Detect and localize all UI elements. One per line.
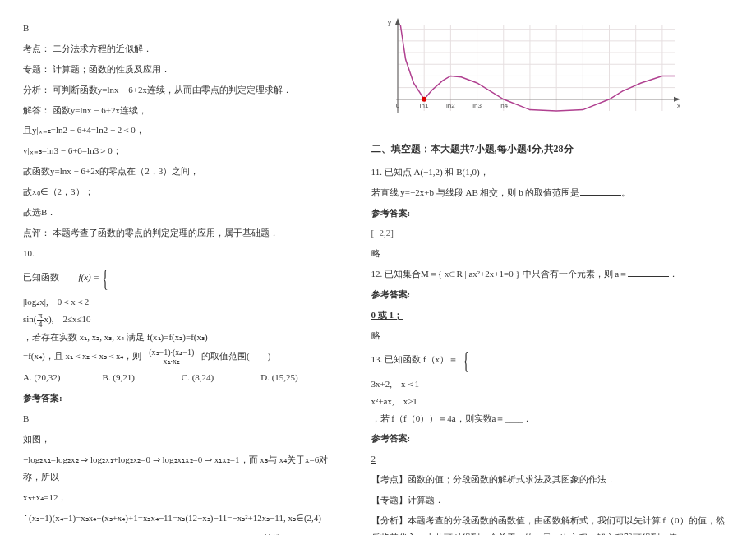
q13: 13. 已知函数 f（x）＝ { [371,348,733,372]
svg-text:ln1: ln1 [419,102,428,109]
kaodian: 考点： 二分法求方程的近似解． [23,40,340,58]
blank-12 [628,267,669,277]
kaodian-text: 二分法求方程的近似解． [53,44,152,53]
fenxi: 分析： 可判断函数y=lnx − 6+2x连续，从而由零点的判定定理求解． [23,81,340,99]
zhuanti-text: 计算题；函数的性质及应用． [53,64,170,74]
svg-text:0: 0 [395,102,399,109]
ans-13: 2 [371,450,733,468]
ans-12: 0 或 1； [371,307,733,324]
ref-answer-label: 参考答案: [23,390,340,407]
proof-3: ∴(x₃−1)(x₄−1)=x₃x₄−(x₃+x₄)+1=x₃x₄−11=x₃(… [23,510,340,527]
fx-head: f(x) = [79,270,99,284]
ans-11: [−2,2] [371,224,733,242]
after-cases: ，若存在实数 x₁, x₂, x₃, x₄ 满足 f(x₁)=f(x₂)=f(x… [23,332,208,342]
zt-13: 【专题】计算题． [371,491,733,509]
eq-2: y|ₓ₌₃=ln3 − 6+6=ln3＞0； [23,142,340,159]
q10-line2: =f(x₄)，且 x₁＜x₂＜x₃＜x₄，则 (x₃−1)·(x₄−1) x₁·… [23,348,340,366]
svg-text:ln2: ln2 [446,102,455,109]
opt-a: A. (20,32) [23,369,102,386]
opt-d: D. (15,25) [260,369,339,386]
q10-options: A. (20,32) B. (9,21) C. (8,24) D. (15,25… [23,369,340,386]
jieda-text: 函数y=lnx − 6+2x连续， [53,105,147,115]
q11b: 若直线 y=−2x+b 与线段 AB 相交，则 b 的取值范围是。 [371,184,733,201]
jieda: 解答： 函数y=lnx − 6+2x连续， [23,102,340,119]
case-2: sin(π4x), 2≤x≤10 [23,311,340,329]
zhuanti: 专题： 计算题；函数的性质及应用． [23,61,340,78]
svg-text:y: y [388,19,391,26]
proof-1: −log₂x₁=log₂x₂ ⇒ log₂x₁+log₂x₂=0 ⇒ log₂x… [23,451,340,486]
chart-plot: 0ln1ln2ln3ln4yx [380,16,684,131]
as-figure: 如图， [23,431,340,448]
ref-11: 参考答案: [371,205,733,222]
fx-13: 【分析】本题考查的分段函数的函数值，由函数解析式，我们可以先计算 f（0）的值，… [371,512,733,535]
q10-num: 10. [23,245,340,262]
piecewise-fx: f(x) = { [79,265,110,290]
known-label: 已知函数 [23,271,59,281]
lue-12: 略 [371,327,733,344]
kaodian-label: 考点： [23,44,50,53]
chart-svg: 0ln1ln2ln3ln4yx [380,16,684,131]
opt-c: C. (8,24) [182,369,260,386]
proof-2: x₃+x₄=12， [23,489,340,506]
brace-icon-13: { [463,348,468,372]
eq-3: 故函数y=lnx − 6+2x的零点在（2，3）之间， [23,163,340,180]
case13-1: 3x+2, x＜1 [371,376,733,393]
svg-text:ln3: ln3 [472,102,482,109]
svg-text:x: x [677,102,680,109]
dianping-text: 本题考查了函数的零点的判定定理的应用，属于基础题． [53,228,279,238]
section-2-title: 二、填空题：本大题共7小题,每小题4分,共28分 [371,140,733,159]
eq-1: 且y|ₓ₌₂=ln2 − 6+4=ln2 − 2＜0， [23,122,340,139]
piecewise-13: { [460,348,470,372]
fenxi-text: 可判断函数y=lnx − 6+2x连续，从而由零点的判定定理求解． [53,85,292,95]
answer-b: B [23,20,340,37]
kp-13: 【考点】函数的值；分段函数的解析式求法及其图象的作法． [371,471,733,488]
q12: 12. 已知集合M＝{ x∈R | ax²+2x+1=0 } 中只含有一个元素，… [371,265,733,283]
proof-4: −x₃²+12x₃−11=−(x₃−6)²+25, x₃∈(2,4)，∴(x₃−… [23,530,340,535]
ref-12: 参考答案: [371,286,733,303]
frac-pi4: π4 [37,311,44,329]
page: B 考点： 二分法求方程的近似解． 专题： 计算题；函数的性质及应用． 分析： … [0,0,756,535]
case-1: |log₂x|, 0＜x＜2 [23,293,340,311]
ref-13: 参考答案: [371,430,733,447]
svg-marker-19 [395,18,400,25]
lue-11: 略 [371,245,733,262]
q10-stem: 已知函数 f(x) = { [23,265,340,290]
jieda-label: 解答： [23,105,50,115]
case13-2: x²+ax, x≥1 [371,393,733,410]
blank-11 [580,186,621,196]
answer-b-2: B [23,410,340,427]
eq-4: 故x₀∈（2，3）； [23,183,340,201]
fenxi-label: 分析： [23,85,50,95]
dianping-label: 点评： [23,228,50,238]
right-column: 0ln1ln2ln3ln4yx 二、填空题：本大题共7小题,每小题4分,共28分… [363,0,756,535]
q11a: 11. 已知点 A(−1,2) 和 B(1,0)， [371,164,733,181]
svg-text:ln4: ln4 [499,102,508,109]
dianping: 点评： 本题考查了函数的零点的判定定理的应用，属于基础题． [23,224,340,242]
zhuanti-label: 专题： [23,64,50,74]
frac-expr: (x₃−1)·(x₄−1) x₁·x₂ [147,348,196,366]
left-column: B 考点： 二分法求方程的近似解． 专题： 计算题；函数的性质及应用． 分析： … [0,0,363,535]
opt-b: B. (9,21) [102,369,181,386]
eq-5: 故选B． [23,204,340,221]
brace-icon: { [103,265,108,290]
